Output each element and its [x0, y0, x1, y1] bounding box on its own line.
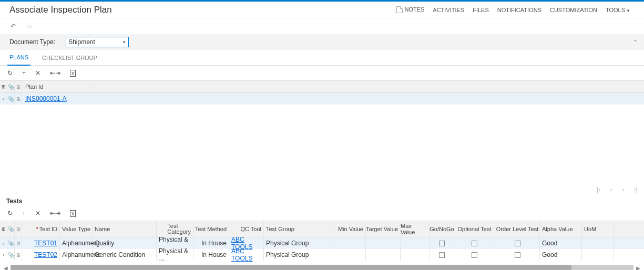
plans-pager: |‹ ‹ › ›| — [0, 183, 644, 195]
optional-checkbox[interactable] — [472, 252, 477, 258]
col-uom[interactable]: UoM — [582, 221, 614, 237]
expand-icon[interactable]: › — [3, 241, 4, 246]
cell-value-type: Alphanumeric — [60, 249, 93, 261]
refresh-icon[interactable]: ↻ — [7, 210, 13, 217]
cell-target — [366, 249, 401, 261]
plans-grid-toolbar: ↻ + ✕ ⇤⇥ x — [0, 66, 644, 80]
tab-notes[interactable]: NOTES — [392, 6, 428, 13]
cell-target — [366, 237, 401, 249]
cell-name: Quality — [93, 237, 157, 249]
qc-tool-link[interactable]: ABC TOOLS — [231, 247, 261, 262]
col-test-id[interactable]: *Test ID — [22, 221, 60, 237]
delete-icon[interactable]: ✕ — [35, 69, 40, 77]
tab-files[interactable]: FILES — [468, 7, 493, 13]
refresh-icon[interactable]: ↻ — [7, 69, 13, 77]
scroll-track[interactable] — [11, 265, 633, 270]
doc-type-select[interactable]: Shipment ▼ — [66, 37, 129, 47]
col-selector[interactable]: ⊞ — [0, 81, 7, 92]
col-note-icon: 🗎 — [15, 81, 22, 92]
col-qc-tool[interactable]: QC Tool — [229, 221, 264, 237]
gonogo-checkbox[interactable] — [439, 241, 445, 246]
col-value-type[interactable]: Value Type — [60, 221, 93, 237]
tests-grid-header: ⊞ 📎 🗎 *Test ID Value Type Name TestCateg… — [0, 221, 644, 237]
subtabs: PLANS CHECKLIST GROUP — [0, 50, 644, 66]
cell-uom — [582, 237, 614, 249]
fit-icon[interactable]: ⇤⇥ — [50, 69, 60, 77]
cell-alpha: Good — [540, 237, 582, 249]
col-test-group[interactable]: Test Group — [264, 221, 332, 237]
note-icon[interactable]: 🗎 — [15, 249, 22, 261]
optional-checkbox[interactable] — [472, 241, 477, 246]
scroll-left-icon[interactable]: ◀ — [2, 265, 9, 271]
plan-id-link[interactable]: INS0000001-A — [25, 95, 67, 102]
tests-grid-toolbar: ↻ + ✕ ⇤⇥ x — [0, 206, 644, 221]
required-star-icon: * — [36, 226, 38, 232]
gonogo-checkbox[interactable] — [439, 252, 445, 258]
add-icon[interactable]: + — [22, 210, 26, 217]
test-row[interactable]: › 📎 🗎 TEST01 Alphanumeric Quality Physic… — [0, 237, 644, 249]
attach-icon[interactable]: 📎 — [7, 93, 15, 105]
expand-icon[interactable]: › — [3, 96, 4, 102]
col-plan-id[interactable]: Plan Id — [22, 81, 90, 92]
app-header: Associate Inspection Plan NOTES ACTIVITI… — [0, 2, 644, 18]
export-icon[interactable]: x — [70, 210, 76, 217]
tab-notes-label: NOTES — [404, 6, 424, 13]
export-icon[interactable]: x — [70, 70, 76, 77]
main-toolbar: ↶ ▭ — [0, 18, 644, 34]
subtab-checklist-group[interactable]: CHECKLIST GROUP — [40, 50, 99, 65]
pager-prev-icon[interactable]: ‹ — [610, 185, 612, 193]
note-icon[interactable]: 🗎 — [15, 237, 22, 249]
cell-max — [401, 249, 430, 261]
test-id-link[interactable]: TEST02 — [34, 251, 57, 258]
col-attach-icon: 📎 — [7, 81, 15, 92]
col-attach-icon: 📎 — [7, 221, 15, 237]
orderlevel-checkbox[interactable] — [515, 241, 520, 246]
pager-next-icon[interactable]: › — [622, 185, 624, 193]
undo-icon[interactable]: ↶ — [9, 23, 17, 30]
col-target-value[interactable]: Target Value — [366, 221, 401, 237]
orderlevel-checkbox[interactable] — [515, 252, 520, 258]
col-order-level-test[interactable]: Order Level Test — [495, 221, 540, 237]
plan-row[interactable]: › 📎 🗎 INS0000001-A — [0, 93, 644, 105]
clipboard-icon[interactable]: ▭ — [25, 23, 33, 30]
col-max-value[interactable]: Max Value — [401, 221, 430, 237]
col-alpha-value[interactable]: Alpha Value — [540, 221, 582, 237]
attach-icon[interactable]: 📎 — [7, 249, 15, 261]
fit-icon[interactable]: ⇤⇥ — [50, 210, 60, 217]
subtab-plans[interactable]: PLANS — [7, 50, 30, 66]
doc-type-value: Shipment — [68, 38, 95, 46]
col-min-value[interactable]: Min Value — [332, 221, 366, 237]
note-icon[interactable]: 🗎 — [15, 93, 22, 105]
scroll-thumb[interactable] — [11, 265, 571, 270]
pager-last-icon[interactable]: ›| — [633, 185, 638, 193]
attach-icon[interactable]: 📎 — [7, 237, 15, 249]
plans-empty-area — [0, 105, 644, 183]
plans-grid-header: ⊞ 📎 🗎 Plan Id — [0, 80, 644, 93]
col-note-icon: 🗎 — [15, 221, 22, 237]
tab-tools-label: TOOLS — [606, 7, 625, 13]
cell-uom — [582, 249, 614, 261]
col-gonogo[interactable]: Go/NoGo — [430, 221, 454, 237]
col-optional-test[interactable]: Optional Test — [454, 221, 495, 237]
col-test-id-label: Test ID — [39, 226, 57, 232]
tab-tools[interactable]: TOOLS▼ — [601, 7, 635, 13]
pager-first-icon[interactable]: |‹ — [597, 185, 601, 193]
cell-min — [332, 237, 366, 249]
cell-group: Physical Group — [264, 237, 332, 249]
cell-alpha: Good — [540, 249, 582, 261]
tab-notifications[interactable]: NOTIFICATIONS — [493, 7, 546, 13]
collapse-filter-icon[interactable]: ⌃ — [633, 39, 638, 46]
add-icon[interactable]: + — [22, 69, 26, 77]
tab-customization[interactable]: CUSTOMIZATION — [546, 7, 601, 13]
tab-activities[interactable]: ACTIVITIES — [428, 7, 468, 13]
col-selector[interactable]: ⊞ — [0, 221, 7, 237]
delete-icon[interactable]: ✕ — [35, 210, 40, 217]
col-test-category[interactable]: TestCategory — [157, 221, 193, 237]
scroll-right-icon[interactable]: ▶ — [635, 265, 642, 271]
test-id-link[interactable]: TEST01 — [34, 240, 57, 247]
col-test-method[interactable]: Test Method — [193, 221, 229, 237]
test-row[interactable]: › 📎 🗎 TEST02 Alphanumeric Generic Condit… — [0, 249, 644, 261]
notes-icon — [396, 6, 403, 13]
expand-icon[interactable]: › — [3, 252, 4, 258]
col-name[interactable]: Name — [93, 221, 157, 237]
